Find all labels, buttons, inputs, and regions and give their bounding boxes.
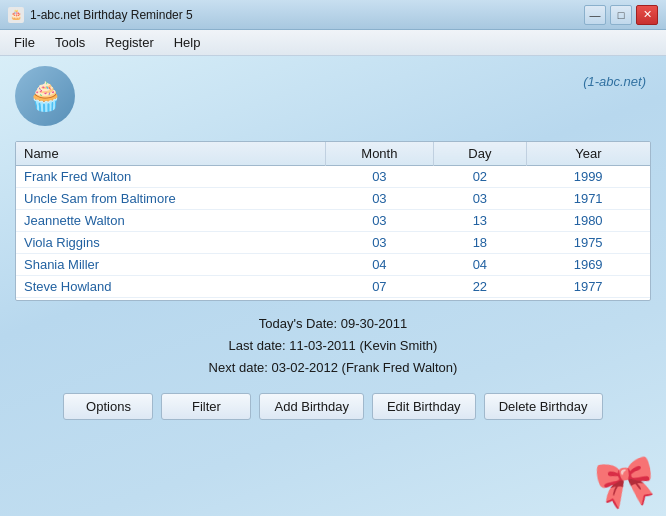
logo-icon: 🧁 [15, 66, 75, 126]
button-row: Options Filter Add Birthday Edit Birthda… [15, 393, 651, 420]
cell-day: 03 [434, 188, 527, 210]
info-section: Today's Date: 09-30-2011 Last date: 11-0… [15, 313, 651, 379]
col-header-year: Year [526, 142, 650, 166]
cell-name: Shania Miller [16, 254, 325, 276]
cell-year: 1999 [526, 166, 650, 188]
next-label: Next date: [209, 360, 268, 375]
table-row[interactable]: Steve Howland 07 22 1977 [16, 276, 650, 298]
options-button[interactable]: Options [63, 393, 153, 420]
table-row[interactable]: Jeannette Walton 03 13 1980 [16, 210, 650, 232]
cell-day: 04 [434, 254, 527, 276]
main-content: 🧁 (1-abc.net) Name Month Day Year Frank … [0, 56, 666, 516]
title-bar-controls: — □ ✕ [584, 5, 658, 25]
cell-name: Jeannette Walton [16, 210, 325, 232]
edit-birthday-button[interactable]: Edit Birthday [372, 393, 476, 420]
cell-month: 03 [325, 210, 433, 232]
cupcake-icon: 🧁 [28, 80, 63, 113]
menu-tools[interactable]: Tools [45, 32, 95, 53]
menu-bar: File Tools Register Help [0, 30, 666, 56]
title-bar: 🎂 1-abc.net Birthday Reminder 5 — □ ✕ [0, 0, 666, 30]
table-row[interactable]: Jason McDoyle 08 13 unknown [16, 298, 650, 301]
filter-button[interactable]: Filter [161, 393, 251, 420]
next-value: 03-02-2012 (Frank Fred Walton) [271, 360, 457, 375]
col-header-day: Day [434, 142, 527, 166]
birthday-table: Name Month Day Year Frank Fred Walton 03… [16, 142, 650, 300]
last-date-row: Last date: 11-03-2011 (Kevin Smith) [15, 335, 651, 357]
close-button[interactable]: ✕ [636, 5, 658, 25]
cell-month: 04 [325, 254, 433, 276]
brand-label: (1-abc.net) [583, 74, 646, 89]
cell-day: 13 [434, 210, 527, 232]
cell-day: 13 [434, 298, 527, 301]
maximize-button[interactable]: □ [610, 5, 632, 25]
cell-year: 1969 [526, 254, 650, 276]
title-bar-left: 🎂 1-abc.net Birthday Reminder 5 [8, 7, 193, 23]
window-title: 1-abc.net Birthday Reminder 5 [30, 8, 193, 22]
cell-month: 08 [325, 298, 433, 301]
cell-month: 03 [325, 232, 433, 254]
ribbon-icon: 🎀 [592, 451, 660, 514]
cell-year: 1975 [526, 232, 650, 254]
today-value: 09-30-2011 [341, 316, 408, 331]
cell-year: 1977 [526, 276, 650, 298]
menu-register[interactable]: Register [95, 32, 163, 53]
cell-name: Jason McDoyle [16, 298, 325, 301]
brand-text: (1-abc.net) [583, 74, 646, 89]
last-value: 11-03-2011 (Kevin Smith) [289, 338, 437, 353]
app-icon: 🎂 [8, 7, 24, 23]
cell-month: 03 [325, 188, 433, 210]
cell-name: Steve Howland [16, 276, 325, 298]
birthday-table-container: Name Month Day Year Frank Fred Walton 03… [15, 141, 651, 301]
col-header-name: Name [16, 142, 325, 166]
birthday-table-scroll[interactable]: Name Month Day Year Frank Fred Walton 03… [16, 142, 650, 300]
next-date-row: Next date: 03-02-2012 (Frank Fred Walton… [15, 357, 651, 379]
cell-name: Uncle Sam from Baltimore [16, 188, 325, 210]
today-label: Today's Date: [259, 316, 337, 331]
add-birthday-button[interactable]: Add Birthday [259, 393, 363, 420]
cell-name: Viola Riggins [16, 232, 325, 254]
logo-area: 🧁 [15, 66, 75, 126]
cell-month: 03 [325, 166, 433, 188]
cell-day: 02 [434, 166, 527, 188]
cell-month: 07 [325, 276, 433, 298]
table-row[interactable]: Shania Miller 04 04 1969 [16, 254, 650, 276]
menu-file[interactable]: File [4, 32, 45, 53]
ribbon-decoration: 🎀 [592, 450, 661, 516]
minimize-button[interactable]: — [584, 5, 606, 25]
cell-day: 18 [434, 232, 527, 254]
last-label: Last date: [229, 338, 286, 353]
table-row[interactable]: Uncle Sam from Baltimore 03 03 1971 [16, 188, 650, 210]
cell-day: 22 [434, 276, 527, 298]
cell-name: Frank Fred Walton [16, 166, 325, 188]
table-row[interactable]: Viola Riggins 03 18 1975 [16, 232, 650, 254]
cell-year: unknown [526, 298, 650, 301]
cell-year: 1971 [526, 188, 650, 210]
cell-year: 1980 [526, 210, 650, 232]
today-row: Today's Date: 09-30-2011 [15, 313, 651, 335]
menu-help[interactable]: Help [164, 32, 211, 53]
delete-birthday-button[interactable]: Delete Birthday [484, 393, 603, 420]
table-header-row: Name Month Day Year [16, 142, 650, 166]
col-header-month: Month [325, 142, 433, 166]
table-row[interactable]: Frank Fred Walton 03 02 1999 [16, 166, 650, 188]
